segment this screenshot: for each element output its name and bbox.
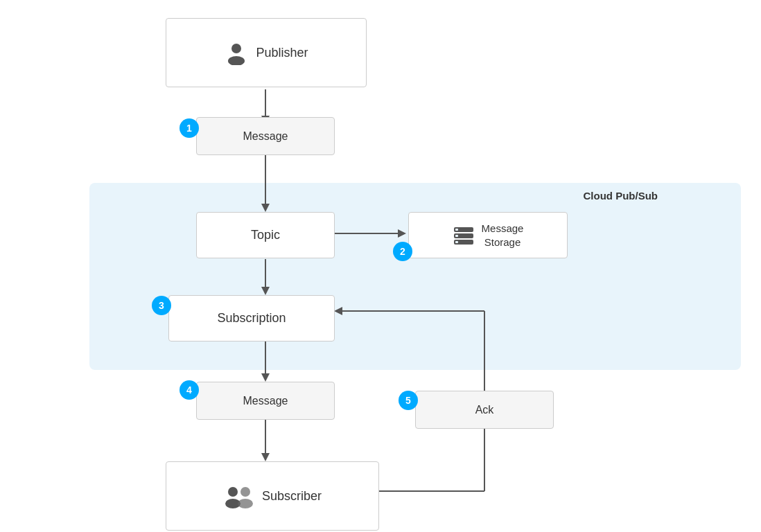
svg-point-17 xyxy=(228,56,245,65)
person-icon xyxy=(224,40,249,65)
message-storage-label: MessageStorage xyxy=(482,222,524,249)
badge-2: 2 xyxy=(393,242,412,261)
svg-marker-11 xyxy=(261,453,270,461)
storage-icon xyxy=(453,226,475,245)
message1-label: Message xyxy=(243,130,288,143)
subscriber-box: Subscriber xyxy=(166,461,379,531)
subscription-box: Subscription xyxy=(168,295,335,342)
topic-box: Topic xyxy=(196,212,335,258)
message2-box: Message xyxy=(196,382,335,420)
svg-point-24 xyxy=(228,487,238,497)
badge-1: 1 xyxy=(180,118,199,138)
badge-3: 3 xyxy=(152,296,171,315)
subscription-label: Subscription xyxy=(217,311,286,326)
publisher-label: Publisher xyxy=(256,46,308,60)
svg-rect-21 xyxy=(455,229,458,231)
publisher-box: Publisher xyxy=(166,18,367,87)
svg-point-26 xyxy=(240,487,250,497)
badge-4: 4 xyxy=(180,380,199,400)
subscriber-label: Subscriber xyxy=(262,489,322,504)
ack-box: Ack xyxy=(415,391,554,429)
svg-marker-9 xyxy=(261,373,270,382)
ack-label: Ack xyxy=(475,404,494,416)
message2-label: Message xyxy=(243,395,288,407)
group-icon xyxy=(223,483,255,509)
message-storage-box: MessageStorage xyxy=(408,212,568,258)
topic-label: Topic xyxy=(251,228,280,242)
svg-point-27 xyxy=(238,499,253,508)
diagram: Cloud Pub/Sub xyxy=(13,6,748,526)
svg-point-16 xyxy=(231,44,241,53)
svg-rect-23 xyxy=(455,241,458,243)
svg-rect-22 xyxy=(455,235,458,237)
message1-box: Message xyxy=(196,117,335,155)
badge-5: 5 xyxy=(399,391,418,410)
cloud-pubsub-background xyxy=(89,183,741,370)
cloud-pubsub-label: Cloud Pub/Sub xyxy=(584,190,658,202)
